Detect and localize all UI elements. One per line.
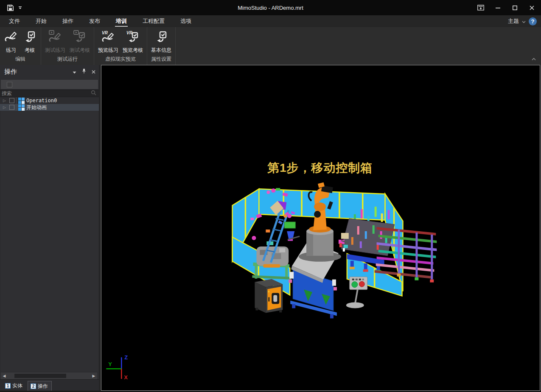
panel-header: 操作: [0, 65, 99, 78]
ribbon-group-vr-preview: VR 预览练习 VR 预览考核 虚拟现实预览: [94, 27, 147, 65]
menu-tab-file[interactable]: 文件: [4, 15, 25, 27]
tab-entity-number-icon: 1: [5, 383, 11, 389]
expander-icon[interactable]: ▷: [3, 105, 7, 109]
operation-node-icon: [18, 104, 25, 111]
x-axis-label: X: [124, 374, 128, 381]
menu-tab-operation[interactable]: 操作: [58, 15, 78, 27]
window-title: MimoStudio - ARDemo.mrt: [93, 5, 448, 11]
titlebar: MimoStudio - ARDemo.mrt: [0, 0, 541, 15]
main-area: 操作: [0, 65, 541, 392]
ribbon-group-properties: 基本信息 属性设置: [147, 27, 176, 65]
tab-entity[interactable]: 1 实体: [3, 381, 26, 391]
button-stand[interactable]: [346, 277, 367, 308]
group-label-test-run: 测试运行: [43, 54, 92, 64]
z-axis-label: Z: [124, 354, 128, 361]
menu-tab-publish[interactable]: 发布: [84, 15, 105, 27]
app-window: MimoStudio - ARDemo.mrt 文件 开始 操作 发布 培训 工…: [0, 0, 541, 392]
ribbon: 练习 考核 编辑 测试练习: [0, 27, 541, 65]
assess-button[interactable]: 考核: [20, 29, 39, 54]
test-assess-icon: [73, 30, 87, 45]
save-icon[interactable]: [7, 4, 14, 11]
expander-icon[interactable]: ▷: [3, 98, 7, 103]
tree-row-start-animation[interactable]: ▷ 开始动画: [0, 104, 99, 111]
operation-node-icon: [18, 98, 25, 104]
panel-toolbar[interactable]: [1, 80, 98, 89]
tree-item-label[interactable]: Operation0: [26, 98, 57, 104]
search-box: [0, 90, 99, 97]
search-input[interactable]: [2, 90, 91, 96]
scroll-right-icon[interactable]: ▶: [90, 374, 97, 378]
window-controls: [448, 4, 541, 11]
control-cabinet[interactable]: [255, 279, 283, 313]
preview-assess-button[interactable]: VR 预览考核: [121, 29, 145, 54]
assess-icon: [23, 30, 36, 45]
scroll-left-icon[interactable]: ◀: [1, 374, 8, 378]
test-practice-button[interactable]: 测试练习: [43, 29, 67, 54]
green-button[interactable]: [352, 282, 358, 288]
tree-empty-area: [1, 111, 98, 372]
minimize-button[interactable]: [494, 4, 501, 11]
search-icon: [91, 90, 96, 97]
scene-canvas[interactable]: 第1步，移动控制箱: [101, 65, 540, 390]
maximize-button[interactable]: [511, 4, 518, 11]
chevron-down-icon[interactable]: [522, 18, 526, 25]
tree-item-label[interactable]: 开始动画: [26, 104, 47, 111]
tab-operation-number-icon: 2: [31, 384, 36, 389]
practice-button[interactable]: 练习: [2, 29, 20, 54]
menu-tab-start[interactable]: 开始: [31, 15, 51, 27]
axis-triad: Z Y X: [106, 354, 128, 381]
tree-row-operation0[interactable]: ▷ Operation0: [0, 97, 99, 104]
help-button[interactable]: ?: [529, 17, 537, 25]
panel-bottom-tabs: 1 实体 2 操作: [0, 379, 99, 392]
step-instruction-text: 第1步，移动控制箱: [267, 161, 373, 174]
menubar: 文件 开始 操作 发布 培训 工程配置 选项 主题 ?: [0, 15, 541, 27]
svg-text:VR: VR: [126, 31, 133, 35]
red-button[interactable]: [359, 281, 364, 287]
close-button[interactable]: [528, 4, 535, 11]
preview-practice-icon: VR: [101, 30, 115, 45]
horizontal-scrollbar[interactable]: ◀ ▶: [1, 372, 97, 379]
panel-close-icon[interactable]: [92, 68, 95, 76]
panel-pin-icon[interactable]: [82, 68, 86, 76]
quick-access-toolbar: [0, 4, 93, 11]
toolbar-checkbox[interactable]: [7, 82, 12, 87]
panel-title: 操作: [4, 68, 73, 76]
theme-dropdown[interactable]: 主题: [508, 17, 519, 25]
group-label-properties: 属性设置: [149, 54, 174, 64]
qat-dropdown-icon[interactable]: [18, 6, 22, 10]
group-label-edit: 编辑: [2, 54, 39, 64]
y-axis-label: Y: [108, 361, 112, 367]
menu-tabs: 文件 开始 操作 发布 培训 工程配置 选项: [0, 15, 202, 27]
tree-checkbox[interactable]: [9, 105, 14, 110]
preview-practice-button[interactable]: VR 预览练习: [96, 29, 121, 54]
preview-assess-icon: VR: [126, 30, 140, 45]
basic-info-icon: [154, 30, 168, 45]
group-label-vr-preview: 虚拟现实预览: [96, 54, 145, 64]
ribbon-group-test-run: 测试练习 测试考核 测试运行: [41, 27, 94, 65]
test-practice-icon: [48, 30, 62, 45]
menu-tab-training[interactable]: 培训: [111, 15, 132, 27]
svg-text:VR: VR: [102, 31, 108, 35]
tree-checkbox[interactable]: [9, 98, 14, 103]
basic-info-button[interactable]: 基本信息: [149, 29, 174, 54]
ribbon-toggle-icon[interactable]: [477, 4, 484, 11]
menu-tab-project-config[interactable]: 工程配置: [138, 15, 169, 27]
test-assess-button[interactable]: 测试考核: [67, 29, 92, 54]
viewport-3d[interactable]: 第1步，移动控制箱: [101, 65, 540, 391]
practice-icon: [4, 30, 18, 45]
operation-tree: ▷ Operation0 ▷ 开始动画: [0, 97, 99, 111]
menu-tab-options[interactable]: 选项: [176, 15, 196, 27]
operation-panel: 操作: [0, 65, 99, 392]
scrollbar-thumb[interactable]: [14, 374, 66, 378]
ribbon-group-edit: 练习 考核 编辑: [0, 27, 41, 65]
ribbon-collapse-icon[interactable]: [532, 55, 536, 62]
panel-chevron-down-icon[interactable]: [73, 68, 76, 76]
